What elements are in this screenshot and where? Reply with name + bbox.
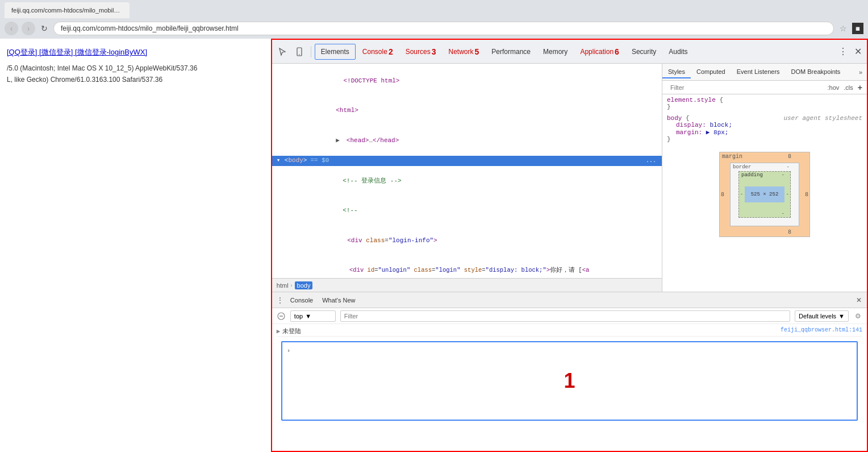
log-expand-arrow[interactable]: ▶ — [277, 327, 281, 335]
html-line: <!-- — [272, 196, 662, 226]
browser-tab[interactable]: feiji.qq.com/comm-htdocs/milo_mobile/fei… — [5, 2, 130, 18]
tab-dom-breakpoints[interactable]: DOM Breakpoints — [786, 66, 846, 78]
reload-button[interactable]: ↻ — [39, 23, 50, 34]
console-context-selector[interactable]: top ▼ — [290, 310, 336, 322]
console-prompt: › — [287, 347, 291, 354]
console-more-button[interactable]: ⋮ — [274, 295, 286, 306]
padding-left: - — [740, 192, 743, 197]
dots-button[interactable]: ... — [645, 156, 657, 165]
user-agent-text: /5.0 (Macintosh; Intel Mac OS X 10_12_5)… — [7, 63, 264, 85]
styles-tabs-more[interactable]: » — [854, 67, 867, 78]
tab-whats-new[interactable]: What's New — [318, 296, 360, 305]
devtools-main-content: <!DOCTYPE html> <html> ▶ <head>…</head> … — [272, 64, 867, 292]
device-toggle-button[interactable] — [291, 44, 307, 60]
margin-value-bottom: 8 — [788, 229, 791, 235]
breadcrumb-html[interactable]: html — [277, 282, 289, 289]
margin-value-left: 8 — [721, 192, 724, 198]
box-model-diagram: margin 8 8 8 8 border - — [671, 152, 858, 237]
tab-styles[interactable]: Styles — [662, 66, 691, 78]
application-label: Application — [580, 48, 614, 56]
pseudo-class-toggle[interactable]: :hov — [828, 84, 840, 91]
border-label: border — [733, 164, 751, 170]
url-text: feiji.qq.com/comm-htdocs/milo_mobile/fei… — [61, 24, 239, 32]
body-style-rule: body { user agent stylesheet display: bl… — [667, 115, 862, 143]
tab-performance[interactable]: Performance — [486, 44, 536, 60]
network-label: Network — [449, 48, 474, 56]
elements-panel: <!DOCTYPE html> <html> ▶ <head>…</head> … — [272, 64, 662, 292]
page-content: [QQ登录] [微信登录] [微信登录-loginByWX] /5.0 (Mac… — [0, 39, 271, 452]
annotation-5: 5 — [475, 47, 479, 56]
tab-elements[interactable]: Elements — [315, 44, 356, 60]
margin-value-top: 8 — [788, 154, 791, 160]
forward-button[interactable]: › — [22, 22, 35, 35]
tab-console[interactable]: Console 2 — [357, 44, 399, 60]
body-rule-close: } — [667, 136, 862, 143]
element-style-close: } — [667, 103, 862, 110]
console-tab-bar: ⋮ Console What's New ✕ — [272, 292, 867, 308]
html-line: <div id="unlogin" class="login" style="d… — [272, 256, 662, 278]
close-devtools-button[interactable]: ✕ — [851, 45, 865, 59]
expand-body[interactable]: ▾ — [277, 156, 283, 166]
tab-event-listeners[interactable]: Event Listeners — [731, 66, 786, 78]
padding-layer: padding - - - - 525 × 252 — [738, 171, 791, 218]
annotation-2: 2 — [389, 47, 393, 56]
devtools-panel: Elements Console 2 Sources 3 Network 5 P… — [271, 39, 868, 452]
qq-login-link[interactable]: [QQ登录] [微信登录] [微信登录-loginByWX] — [7, 48, 147, 56]
back-button[interactable]: ‹ — [5, 22, 18, 35]
breadcrumb-body[interactable]: body — [295, 281, 313, 289]
level-label: Default levels — [799, 313, 836, 320]
url-bar[interactable]: feiji.qq.com/comm-htdocs/milo_mobile/fei… — [53, 22, 834, 35]
tab-sources[interactable]: Sources 3 — [400, 44, 442, 60]
margin-label: margin — [722, 154, 742, 160]
console-close-button[interactable]: ✕ — [853, 295, 865, 306]
border-dash: - — [787, 164, 790, 170]
star-icon: ☆ — [840, 24, 847, 33]
reload-icon: ↻ — [41, 24, 48, 33]
content-box: 525 × 252 — [745, 186, 784, 202]
body-selector: body { user agent stylesheet — [667, 115, 862, 122]
console-input-wrapper: › 1 — [277, 341, 862, 421]
element-style-selector: element.style { — [667, 97, 862, 103]
qr-button[interactable]: ▦ — [852, 23, 863, 34]
breadcrumb-bar: html › body — [272, 278, 662, 292]
tab-network[interactable]: Network 5 — [443, 44, 485, 60]
address-bar: ‹ › ↻ feiji.qq.com/comm-htdocs/milo_mobi… — [0, 18, 868, 39]
tab-memory[interactable]: Memory — [537, 44, 573, 60]
html-line: <html> — [272, 96, 662, 126]
add-style-button[interactable]: + — [858, 83, 862, 92]
qr-icon: ▦ — [856, 26, 860, 31]
console-input-area[interactable]: › — [281, 341, 858, 421]
cursor-inspect-button[interactable] — [274, 44, 290, 60]
console-level-selector[interactable]: Default levels ▼ — [795, 310, 849, 322]
back-icon: ‹ — [10, 24, 13, 33]
html-source-view[interactable]: <!DOCTYPE html> <html> ▶ <head>…</head> … — [272, 64, 662, 278]
expand-head[interactable]: ▶ — [336, 136, 343, 146]
console-panel: ⋮ Console What's New ✕ top ▼ — [272, 292, 867, 451]
annotation-3: 3 — [432, 47, 436, 56]
tab-computed[interactable]: Computed — [691, 66, 731, 78]
body-element-line[interactable]: ▾ <body> == $0 ... — [272, 156, 662, 166]
html-line: <!-- 登录信息 --> — [272, 166, 662, 196]
tab-application[interactable]: Application 6 — [574, 44, 625, 60]
styles-filter-input[interactable] — [667, 82, 823, 93]
tab-security[interactable]: Security — [626, 44, 662, 60]
chevron-down-icon-level: ▼ — [838, 313, 845, 320]
margin-property[interactable]: margin: ▶ 8px; — [667, 128, 862, 136]
forward-icon: › — [27, 24, 30, 33]
console-stop-button[interactable] — [277, 312, 286, 321]
display-property[interactable]: display: block; — [667, 122, 862, 128]
more-options-button[interactable]: ⋮ — [836, 45, 850, 59]
console-settings-button[interactable]: ⚙ — [853, 312, 862, 321]
padding-label: padding — [741, 172, 763, 178]
console-filter-input[interactable] — [340, 310, 790, 322]
content-size: 525 × 252 — [751, 192, 779, 197]
login-links[interactable]: [QQ登录] [微信登录] [微信登录-loginByWX] — [7, 45, 264, 59]
tab-audits[interactable]: Audits — [663, 44, 693, 60]
tab-console-bottom[interactable]: Console — [286, 296, 318, 305]
styles-panel: Styles Computed Event Listeners DOM Brea… — [662, 64, 867, 292]
styles-tabs: Styles Computed Event Listeners DOM Brea… — [662, 64, 867, 81]
console-label: Console — [362, 48, 387, 56]
log-source[interactable]: feiji_qqbrowser.html:141 — [781, 327, 862, 333]
class-toggle[interactable]: .cls — [844, 84, 853, 91]
bookmark-button[interactable]: ☆ — [837, 23, 849, 34]
